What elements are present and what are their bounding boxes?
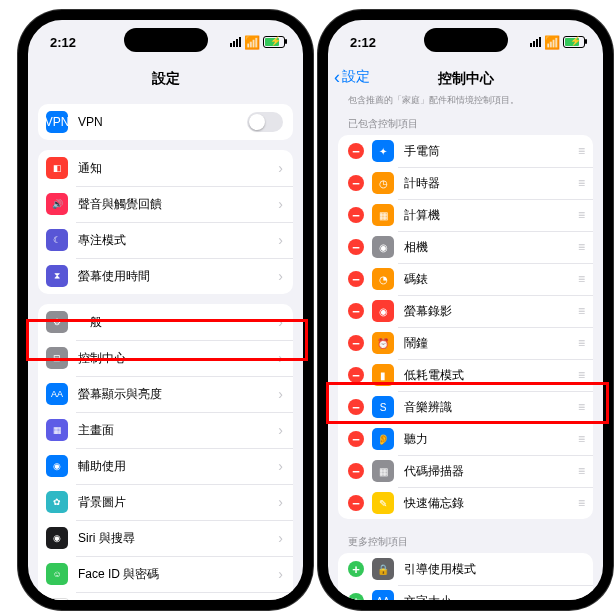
- drag-handle-icon[interactable]: [569, 368, 583, 382]
- cc-row[interactable]: −⏰鬧鐘: [338, 327, 593, 359]
- cc-row[interactable]: −◉螢幕錄影: [338, 295, 593, 327]
- cc-row[interactable]: −▦計算機: [338, 199, 593, 231]
- row-icon: ▦: [372, 204, 394, 226]
- add-button[interactable]: +: [348, 561, 364, 577]
- cc-row[interactable]: +AA文字大小: [338, 585, 593, 600]
- cc-row[interactable]: +🔒引導使用模式: [338, 553, 593, 585]
- cc-row[interactable]: −◉相機: [338, 231, 593, 263]
- note-text: 包含推薦的「家庭」配件和情境控制項目。: [328, 94, 603, 111]
- settings-row[interactable]: ⊟控制中心›: [38, 340, 293, 376]
- settings-row[interactable]: ☾專注模式›: [38, 222, 293, 258]
- cc-row[interactable]: −◔碼錶: [338, 263, 593, 295]
- back-label: 設定: [342, 68, 370, 86]
- row-icon: ◉: [46, 527, 68, 549]
- row-label: 控制中心: [78, 350, 278, 367]
- row-vpn[interactable]: VPN VPN: [38, 104, 293, 140]
- settings-row[interactable]: ✿背景圖片›: [38, 484, 293, 520]
- row-label: 文字大小: [404, 593, 583, 601]
- row-icon: 👂: [372, 428, 394, 450]
- settings-row[interactable]: 🔊聲音與觸覺回饋›: [38, 186, 293, 222]
- row-label: Siri 與搜尋: [78, 530, 278, 547]
- add-button[interactable]: +: [348, 593, 364, 600]
- row-label: Face ID 與密碼: [78, 566, 278, 583]
- section-header-included: 已包含控制項目: [328, 111, 603, 133]
- row-icon: SOS: [46, 598, 70, 600]
- battery-icon: ⚡: [263, 36, 285, 48]
- remove-button[interactable]: −: [348, 271, 364, 287]
- row-label: 音樂辨識: [404, 399, 569, 416]
- drag-handle-icon[interactable]: [569, 336, 583, 350]
- vpn-toggle[interactable]: [247, 112, 283, 132]
- vpn-icon: VPN: [46, 111, 68, 133]
- cc-row[interactable]: −S音樂辨識: [338, 391, 593, 423]
- row-label: 主畫面: [78, 422, 278, 439]
- settings-row[interactable]: ◉Siri 與搜尋›: [38, 520, 293, 556]
- chevron-right-icon: ›: [278, 350, 283, 366]
- remove-button[interactable]: −: [348, 367, 364, 383]
- remove-button[interactable]: −: [348, 463, 364, 479]
- drag-handle-icon[interactable]: [569, 176, 583, 190]
- remove-button[interactable]: −: [348, 239, 364, 255]
- settings-row[interactable]: SOSSOS 緊急服務›: [38, 592, 293, 600]
- cc-row[interactable]: −✦手電筒: [338, 135, 593, 167]
- row-label: 背景圖片: [78, 494, 278, 511]
- chevron-right-icon: ›: [278, 530, 283, 546]
- dynamic-island: [424, 28, 508, 52]
- chevron-right-icon: ›: [278, 232, 283, 248]
- row-label: 鬧鐘: [404, 335, 569, 352]
- back-button[interactable]: ‹ 設定: [334, 68, 370, 86]
- drag-handle-icon[interactable]: [569, 496, 583, 510]
- cc-row[interactable]: −👂聽力: [338, 423, 593, 455]
- cc-row[interactable]: −▮低耗電模式: [338, 359, 593, 391]
- row-icon: 🔊: [46, 193, 68, 215]
- drag-handle-icon[interactable]: [569, 144, 583, 158]
- settings-row[interactable]: ▦主畫面›: [38, 412, 293, 448]
- remove-button[interactable]: −: [348, 399, 364, 415]
- drag-handle-icon[interactable]: [569, 240, 583, 254]
- cc-row[interactable]: −◷計時器: [338, 167, 593, 199]
- drag-handle-icon[interactable]: [569, 432, 583, 446]
- drag-handle-icon[interactable]: [569, 464, 583, 478]
- row-label: VPN: [78, 115, 247, 129]
- row-label: 相機: [404, 239, 569, 256]
- status-time: 2:12: [50, 35, 76, 50]
- cellular-icon: [230, 37, 241, 47]
- chevron-right-icon: ›: [278, 196, 283, 212]
- wifi-icon: 📶: [544, 35, 560, 50]
- wifi-icon: 📶: [244, 35, 260, 50]
- remove-button[interactable]: −: [348, 495, 364, 511]
- row-label: 計算機: [404, 207, 569, 224]
- settings-row[interactable]: ⚙一般›: [38, 304, 293, 340]
- chevron-right-icon: ›: [278, 160, 283, 176]
- dynamic-island: [124, 28, 208, 52]
- row-label: 螢幕使用時間: [78, 268, 278, 285]
- row-icon: 🔒: [372, 558, 394, 580]
- row-label: 代碼掃描器: [404, 463, 569, 480]
- drag-handle-icon[interactable]: [569, 304, 583, 318]
- remove-button[interactable]: −: [348, 143, 364, 159]
- chevron-right-icon: ›: [278, 314, 283, 330]
- remove-button[interactable]: −: [348, 431, 364, 447]
- row-icon: ▮: [372, 364, 394, 386]
- remove-button[interactable]: −: [348, 303, 364, 319]
- drag-handle-icon[interactable]: [569, 208, 583, 222]
- settings-row[interactable]: ◉輔助使用›: [38, 448, 293, 484]
- remove-button[interactable]: −: [348, 207, 364, 223]
- row-label: 快速備忘錄: [404, 495, 569, 512]
- row-icon: ✎: [372, 492, 394, 514]
- remove-button[interactable]: −: [348, 335, 364, 351]
- cellular-icon: [530, 37, 541, 47]
- drag-handle-icon[interactable]: [569, 272, 583, 286]
- settings-row[interactable]: ☺Face ID 與密碼›: [38, 556, 293, 592]
- settings-row[interactable]: AA螢幕顯示與亮度›: [38, 376, 293, 412]
- cc-row[interactable]: −▦代碼掃描器: [338, 455, 593, 487]
- drag-handle-icon[interactable]: [569, 400, 583, 414]
- row-label: 專注模式: [78, 232, 278, 249]
- settings-row[interactable]: ⧗螢幕使用時間›: [38, 258, 293, 294]
- row-icon: ⧗: [46, 265, 68, 287]
- chevron-right-icon: ›: [278, 566, 283, 582]
- cc-row[interactable]: −✎快速備忘錄: [338, 487, 593, 519]
- remove-button[interactable]: −: [348, 175, 364, 191]
- row-icon: ✦: [372, 140, 394, 162]
- settings-row[interactable]: ◧通知›: [38, 150, 293, 186]
